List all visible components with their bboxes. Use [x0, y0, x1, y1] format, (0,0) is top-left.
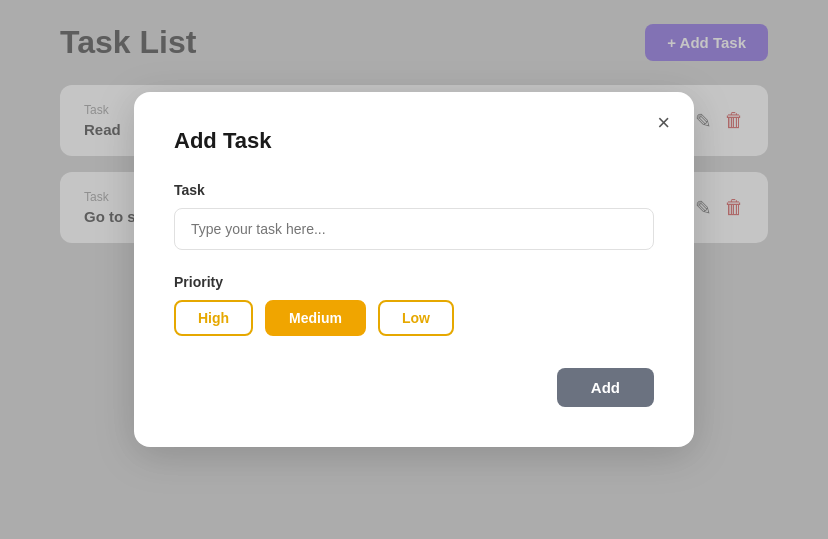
- modal-close-button[interactable]: ×: [657, 112, 670, 134]
- priority-high-button[interactable]: High: [174, 300, 253, 336]
- modal-overlay: Add Task × Task Priority High Medium Low…: [0, 0, 828, 539]
- add-task-modal: Add Task × Task Priority High Medium Low…: [134, 92, 694, 447]
- modal-add-button[interactable]: Add: [557, 368, 654, 407]
- priority-form-group: Priority High Medium Low: [174, 274, 654, 336]
- modal-title: Add Task: [174, 128, 654, 154]
- priority-medium-button[interactable]: Medium: [265, 300, 366, 336]
- priority-low-button[interactable]: Low: [378, 300, 454, 336]
- task-form-group: Task: [174, 182, 654, 250]
- task-input[interactable]: [174, 208, 654, 250]
- priority-buttons-group: High Medium Low: [174, 300, 654, 336]
- modal-footer: Add: [174, 368, 654, 407]
- task-input-label: Task: [174, 182, 654, 198]
- priority-input-label: Priority: [174, 274, 654, 290]
